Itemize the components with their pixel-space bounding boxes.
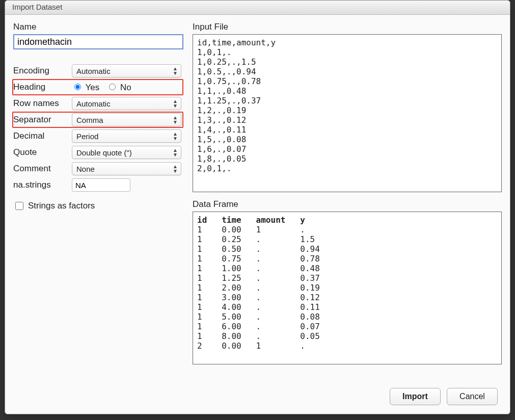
quote-label: Quote	[13, 147, 72, 158]
dataframe-preview: id time amount y 1 0.00 1 . 1 0.25 . 1.5…	[193, 212, 502, 364]
encoding-select[interactable]: Automatic	[72, 65, 181, 77]
import-button[interactable]: Import	[390, 388, 441, 405]
encoding-label: Encoding	[13, 66, 72, 76]
dialog-title: Import Dataset	[5, 1, 510, 15]
decimal-row: Decimal Period ▲▼	[13, 128, 183, 144]
rownames-row: Row names Automatic ▲▼	[13, 95, 183, 112]
heading-yes-radio[interactable]	[74, 84, 81, 90]
comment-label: Comment	[13, 164, 72, 174]
name-label: Name	[13, 22, 183, 32]
inputfile-preview: id,time,amount,y 1,0,1,. 1,0.25,.,1.5 1,…	[193, 34, 502, 192]
quote-select[interactable]: Double quote (")	[72, 146, 181, 159]
nastrings-input[interactable]	[72, 178, 130, 192]
import-dataset-dialog: Import Dataset Name Encoding Automatic ▲…	[5, 0, 510, 414]
dialog-footer: Import Cancel	[5, 385, 510, 414]
heading-no-label: No	[120, 83, 131, 92]
heading-label: Heading	[13, 82, 72, 92]
name-input[interactable]	[13, 34, 183, 49]
separator-label: Separator	[13, 115, 72, 125]
dataframe-label: Data Frame	[193, 199, 502, 209]
separator-select-wrap[interactable]: Comma ▲▼	[72, 113, 181, 126]
comment-select[interactable]: None	[72, 163, 181, 175]
cancel-button[interactable]: Cancel	[447, 388, 498, 405]
rownames-select-wrap[interactable]: Automatic ▲▼	[72, 97, 181, 110]
options-panel: Name Encoding Automatic ▲▼ Heading	[13, 22, 183, 385]
decimal-label: Decimal	[13, 131, 72, 141]
quote-row: Quote Double quote (") ▲▼	[13, 144, 183, 161]
preview-panel: Input File id,time,amount,y 1,0,1,. 1,0.…	[193, 22, 502, 385]
heading-no-radio[interactable]	[109, 84, 116, 90]
decimal-select-wrap[interactable]: Period ▲▼	[72, 129, 181, 143]
strings-as-factors-label: Strings as factors	[28, 201, 95, 211]
rownames-select[interactable]: Automatic	[72, 97, 181, 110]
dialog-body: Name Encoding Automatic ▲▼ Heading	[5, 15, 510, 385]
nastrings-row: na.strings	[13, 177, 183, 193]
comment-select-wrap[interactable]: None ▲▼	[72, 162, 181, 175]
strings-as-factors-checkbox[interactable]	[15, 202, 23, 210]
heading-yes-option[interactable]: Yes	[72, 82, 99, 93]
strings-as-factors-row: Strings as factors	[13, 200, 183, 212]
heading-no-option[interactable]: No	[106, 82, 131, 93]
heading-yes-label: Yes	[85, 83, 99, 92]
separator-select[interactable]: Comma	[72, 114, 181, 126]
encoding-select-wrap[interactable]: Automatic ▲▼	[72, 64, 181, 77]
rownames-label: Row names	[13, 98, 72, 109]
separator-row: Separator Comma ▲▼	[12, 112, 183, 128]
heading-row: Heading Yes No	[12, 79, 183, 95]
comment-row: Comment None ▲▼	[13, 161, 183, 177]
encoding-row: Encoding Automatic ▲▼	[13, 63, 183, 79]
decimal-select[interactable]: Period	[72, 130, 181, 142]
nastrings-label: na.strings	[13, 180, 72, 190]
inputfile-label: Input File	[193, 22, 502, 32]
quote-select-wrap[interactable]: Double quote (") ▲▼	[72, 146, 181, 159]
